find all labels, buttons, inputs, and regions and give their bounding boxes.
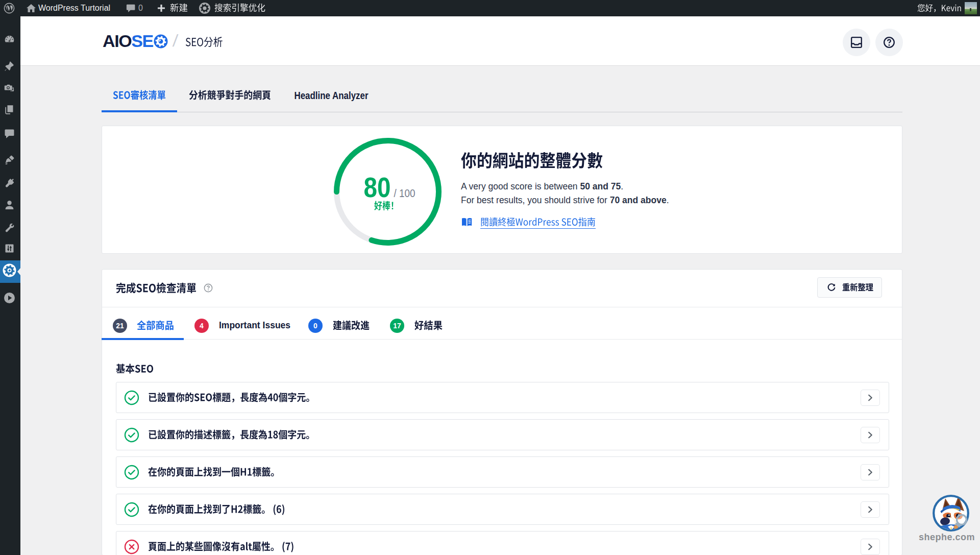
- svg-text:Headline Analyzer: Headline Analyzer: [295, 90, 369, 101]
- svg-text:80: 80: [364, 172, 391, 200]
- svg-text:/ 100: / 100: [394, 187, 415, 200]
